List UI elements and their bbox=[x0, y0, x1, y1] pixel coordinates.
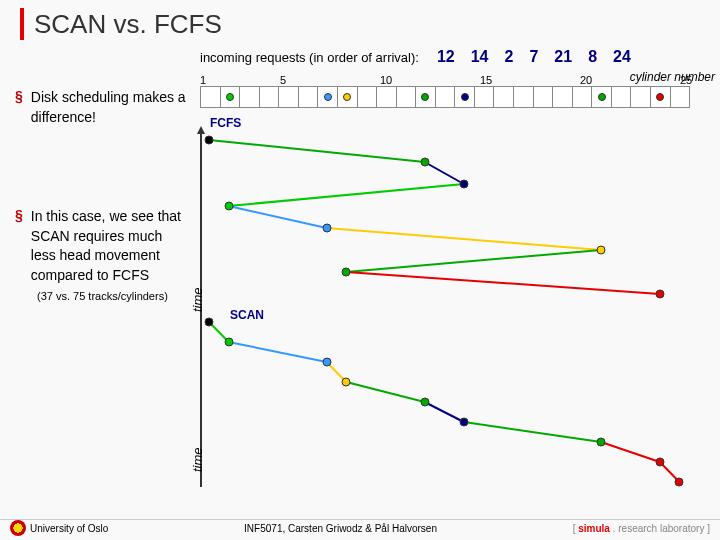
cylinder-dot-icon bbox=[598, 93, 606, 101]
path-node-icon bbox=[459, 180, 468, 189]
path-node-icon bbox=[205, 136, 214, 145]
cylinder-label: cylinder number bbox=[630, 70, 715, 84]
path-node-icon bbox=[420, 158, 429, 167]
request-4: 7 bbox=[529, 48, 538, 66]
track-cell bbox=[591, 86, 611, 108]
track-cell bbox=[220, 86, 240, 108]
path-node-icon bbox=[322, 224, 331, 233]
path-node-icon bbox=[420, 398, 429, 407]
bullet-text-1: Disk scheduling makes a difference! bbox=[31, 88, 190, 127]
bullet-marker-icon: § bbox=[15, 207, 23, 285]
path-segment bbox=[425, 162, 464, 184]
bullet-text-2: In this case, we see that SCAN requires … bbox=[31, 207, 190, 285]
axis-tick: 20 bbox=[580, 74, 592, 86]
track-cell bbox=[239, 86, 259, 108]
track-cell bbox=[474, 86, 494, 108]
path-segment bbox=[209, 140, 425, 162]
path-node-icon bbox=[205, 318, 214, 327]
left-column: § Disk scheduling makes a difference! § … bbox=[0, 48, 200, 492]
fcfs-label: FCFS bbox=[210, 116, 720, 130]
bullet-marker-icon: § bbox=[15, 88, 23, 127]
track-cell bbox=[278, 86, 298, 108]
title-bar: SCAN vs. FCFS bbox=[0, 0, 720, 48]
requests-label: incoming requests (in order of arrival): bbox=[200, 50, 419, 65]
axis-tick: 5 bbox=[280, 74, 286, 86]
track-cell bbox=[259, 86, 279, 108]
track-cell bbox=[552, 86, 572, 108]
axis-tick: 1 bbox=[200, 74, 206, 86]
course-info: INF5071, Carsten Griwodz & Pål Halvorsen bbox=[244, 523, 437, 534]
track-cell bbox=[435, 86, 455, 108]
request-1: 12 bbox=[437, 48, 455, 66]
request-2: 14 bbox=[471, 48, 489, 66]
cylinder-dot-icon bbox=[324, 93, 332, 101]
path-segment bbox=[229, 342, 327, 362]
track-cell bbox=[415, 86, 435, 108]
cylinder-dot-icon bbox=[656, 93, 664, 101]
track-cell bbox=[454, 86, 474, 108]
path-segment bbox=[346, 250, 601, 272]
university: University of Oslo bbox=[10, 520, 108, 536]
lab-credit: [ simula . research laboratory ] bbox=[573, 523, 710, 534]
path-segment bbox=[346, 382, 424, 402]
requests-row: incoming requests (in order of arrival):… bbox=[200, 48, 720, 66]
cylinder-track bbox=[200, 86, 690, 108]
request-5: 21 bbox=[554, 48, 572, 66]
track-cell bbox=[337, 86, 357, 108]
path-node-icon bbox=[655, 458, 664, 467]
track-cell bbox=[396, 86, 416, 108]
bullet-2: § In this case, we see that SCAN require… bbox=[15, 207, 190, 285]
path-node-icon bbox=[597, 246, 606, 255]
path-node-icon bbox=[655, 290, 664, 299]
right-column: incoming requests (in order of arrival):… bbox=[200, 48, 720, 492]
path-segment bbox=[464, 422, 601, 442]
path-node-icon bbox=[597, 438, 606, 447]
cylinder-dot-icon bbox=[226, 93, 234, 101]
track-cell bbox=[513, 86, 533, 108]
path-lines bbox=[200, 132, 700, 492]
path-node-icon bbox=[224, 202, 233, 211]
university-name: University of Oslo bbox=[30, 523, 108, 534]
track-cell bbox=[650, 86, 670, 108]
track-cell bbox=[533, 86, 553, 108]
scan-label: SCAN bbox=[230, 308, 264, 322]
university-logo-icon bbox=[10, 520, 26, 536]
page-title: SCAN vs. FCFS bbox=[34, 9, 222, 40]
path-segment bbox=[601, 442, 660, 462]
track-cell bbox=[317, 86, 337, 108]
request-3: 2 bbox=[505, 48, 514, 66]
path-node-icon bbox=[675, 478, 684, 487]
track-cell bbox=[630, 86, 650, 108]
bullet-1: § Disk scheduling makes a difference! bbox=[15, 88, 190, 127]
head-movement-diagram: time time SCAN bbox=[200, 132, 720, 492]
request-7: 24 bbox=[613, 48, 631, 66]
path-node-icon bbox=[459, 418, 468, 427]
track-cell bbox=[670, 86, 691, 108]
path-segment bbox=[425, 402, 464, 422]
path-node-icon bbox=[342, 378, 351, 387]
axis-tick: 15 bbox=[480, 74, 492, 86]
track-cell bbox=[572, 86, 592, 108]
track-cell bbox=[357, 86, 377, 108]
path-segment bbox=[229, 184, 464, 206]
cylinder-axis: cylinder number 1510152025 bbox=[200, 72, 720, 112]
sub-note: (37 vs. 75 tracks/cylinders) bbox=[37, 290, 190, 302]
cylinder-dot-icon bbox=[421, 93, 429, 101]
cylinder-dot-icon bbox=[343, 93, 351, 101]
track-cell bbox=[298, 86, 318, 108]
track-cell bbox=[493, 86, 513, 108]
track-cell bbox=[611, 86, 631, 108]
footer: University of Oslo INF5071, Carsten Griw… bbox=[0, 519, 720, 536]
path-segment bbox=[346, 272, 660, 294]
path-node-icon bbox=[342, 268, 351, 277]
axis-tick: 25 bbox=[680, 74, 692, 86]
path-segment bbox=[229, 206, 327, 228]
cylinder-dot-icon bbox=[461, 93, 469, 101]
path-segment bbox=[327, 228, 601, 250]
axis-tick: 10 bbox=[380, 74, 392, 86]
title-accent bbox=[20, 8, 24, 40]
path-node-icon bbox=[322, 358, 331, 367]
request-6: 8 bbox=[588, 48, 597, 66]
track-cell bbox=[200, 86, 220, 108]
track-cell bbox=[376, 86, 396, 108]
